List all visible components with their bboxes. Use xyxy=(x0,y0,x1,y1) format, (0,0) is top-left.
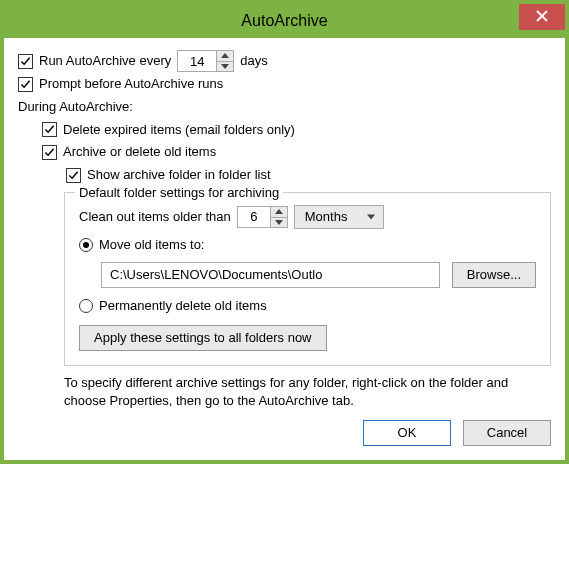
prompt-checkbox[interactable] xyxy=(18,77,33,92)
browse-button[interactable]: Browse... xyxy=(452,262,536,288)
close-icon xyxy=(536,10,548,22)
checkmark-icon xyxy=(44,124,55,135)
perm-delete-radio[interactable] xyxy=(79,299,93,313)
move-to-radio[interactable] xyxy=(79,238,93,252)
spinner-down-button[interactable] xyxy=(217,61,233,71)
archive-old-checkbox[interactable] xyxy=(42,145,57,160)
clean-out-unit-select[interactable]: Months xyxy=(294,205,384,229)
clean-out-row: Clean out items older than Months xyxy=(79,205,536,229)
run-every-checkbox[interactable] xyxy=(18,54,33,69)
archive-path-input[interactable] xyxy=(101,262,440,288)
clean-out-input[interactable] xyxy=(237,206,271,228)
run-every-input[interactable] xyxy=(177,50,217,72)
clean-out-spinner xyxy=(237,206,288,228)
cancel-button[interactable]: Cancel xyxy=(463,420,551,446)
autoarchive-dialog: AutoArchive Run AutoArchive every days xyxy=(0,0,569,464)
spinner-up-button[interactable] xyxy=(217,51,233,61)
apply-all-button[interactable]: Apply these settings to all folders now xyxy=(79,325,327,351)
spinner-up-button[interactable] xyxy=(271,207,287,217)
spinner-buttons xyxy=(271,206,288,228)
clean-out-label: Clean out items older than xyxy=(79,207,231,228)
archive-old-label: Archive or delete old items xyxy=(63,142,216,163)
checkmark-icon xyxy=(44,147,55,158)
spinner-down-button[interactable] xyxy=(271,217,287,227)
spinner-buttons xyxy=(217,50,234,72)
fieldset-legend: Default folder settings for archiving xyxy=(75,183,283,204)
prompt-label: Prompt before AutoArchive runs xyxy=(39,74,223,95)
prompt-row: Prompt before AutoArchive runs xyxy=(18,74,551,95)
select-value: Months xyxy=(305,207,348,228)
dialog-content: Run AutoArchive every days Prompt before… xyxy=(4,38,565,460)
checkmark-icon xyxy=(20,79,31,90)
perm-delete-row: Permanently delete old items xyxy=(79,296,536,317)
chevron-down-icon xyxy=(221,64,229,69)
chevron-up-icon xyxy=(275,209,283,214)
archive-old-row: Archive or delete old items xyxy=(18,142,551,163)
dialog-buttons: OK Cancel xyxy=(18,420,551,446)
run-every-row: Run AutoArchive every days xyxy=(18,50,551,72)
checkmark-icon xyxy=(68,170,79,181)
ok-button[interactable]: OK xyxy=(363,420,451,446)
delete-expired-label: Delete expired items (email folders only… xyxy=(63,120,295,141)
show-folder-checkbox[interactable] xyxy=(66,168,81,183)
run-every-label-prefix: Run AutoArchive every xyxy=(39,51,171,72)
run-every-spinner xyxy=(177,50,234,72)
path-row: Browse... xyxy=(101,262,536,288)
default-folder-fieldset: Default folder settings for archiving Cl… xyxy=(64,192,551,366)
titlebar: AutoArchive xyxy=(4,4,565,38)
note-text: To specify different archive settings fo… xyxy=(64,374,551,410)
run-every-label-suffix: days xyxy=(240,51,267,72)
move-to-row: Move old items to: xyxy=(79,235,536,256)
delete-expired-row: Delete expired items (email folders only… xyxy=(18,120,551,141)
during-label: During AutoArchive: xyxy=(18,97,551,118)
move-to-label: Move old items to: xyxy=(99,235,205,256)
close-button[interactable] xyxy=(519,4,565,30)
delete-expired-checkbox[interactable] xyxy=(42,122,57,137)
chevron-down-icon xyxy=(275,220,283,225)
window-title: AutoArchive xyxy=(241,12,327,30)
perm-delete-label: Permanently delete old items xyxy=(99,296,267,317)
apply-all-row: Apply these settings to all folders now xyxy=(79,325,536,351)
chevron-up-icon xyxy=(221,53,229,58)
checkmark-icon xyxy=(20,56,31,67)
radio-dot-icon xyxy=(83,242,89,248)
